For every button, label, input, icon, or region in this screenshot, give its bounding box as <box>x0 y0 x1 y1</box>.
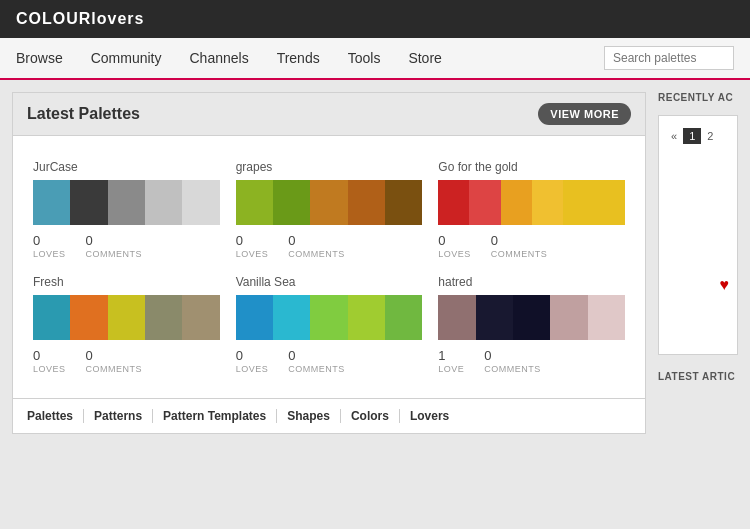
palette-stats: 0 LOVES 0 COMMENTS <box>236 348 423 374</box>
palette-colors <box>438 180 625 225</box>
stat-comments: 0 COMMENTS <box>288 233 345 259</box>
color-swatch <box>550 295 587 340</box>
palette-item: Fresh 0 LOVES 0 COMMENTS <box>25 267 228 382</box>
color-swatch <box>273 180 310 225</box>
tab-palettes[interactable]: Palettes <box>27 409 84 423</box>
color-swatch <box>182 295 219 340</box>
palette-item: grapes 0 LOVES 0 COMMENTS <box>228 152 431 267</box>
palette-stats: 0 LOVES 0 COMMENTS <box>236 233 423 259</box>
color-swatch <box>385 295 422 340</box>
color-swatch <box>108 295 145 340</box>
color-swatch <box>145 295 182 340</box>
palette-stats: 1 LOVE 0 COMMENTS <box>438 348 625 374</box>
color-swatch <box>145 180 182 225</box>
palette-name: Fresh <box>33 275 220 289</box>
recently-active-title: RECENTLY AC <box>658 92 738 103</box>
color-swatch <box>438 295 475 340</box>
palette-name: hatred <box>438 275 625 289</box>
color-swatch <box>70 295 107 340</box>
stat-loves: 0 LOVES <box>236 348 269 374</box>
color-swatch <box>438 180 469 225</box>
pagination: « 1 2 <box>667 128 729 144</box>
stat-loves: 0 LOVES <box>33 348 66 374</box>
color-swatch <box>70 180 107 225</box>
color-swatch <box>348 295 385 340</box>
palette-stats: 0 LOVES 0 COMMENTS <box>438 233 625 259</box>
palette-colors <box>236 295 423 340</box>
sidebar-content: ♥ « 1 2 <box>658 115 738 355</box>
main-content: Latest Palettes VIEW MORE JurCase 0 LO <box>12 92 646 434</box>
color-swatch <box>310 180 347 225</box>
pagination-page-1[interactable]: 1 <box>683 128 701 144</box>
palette-colors <box>438 295 625 340</box>
palette-colors <box>33 295 220 340</box>
view-more-button[interactable]: VIEW MORE <box>538 103 631 125</box>
stat-loves: 0 LOVES <box>33 233 66 259</box>
palette-colors <box>33 180 220 225</box>
header: COLOURlovers <box>0 0 750 38</box>
palette-name: grapes <box>236 160 423 174</box>
color-swatch <box>108 180 145 225</box>
color-swatch <box>273 295 310 340</box>
palette-name: JurCase <box>33 160 220 174</box>
pagination-page-2[interactable]: 2 <box>703 128 717 144</box>
palette-colors <box>236 180 423 225</box>
stat-loves: 0 LOVES <box>236 233 269 259</box>
color-swatch <box>588 295 625 340</box>
nav-item-tools[interactable]: Tools <box>348 50 381 66</box>
section-header: Latest Palettes VIEW MORE <box>13 93 645 136</box>
nav-item-trends[interactable]: Trends <box>277 50 320 66</box>
search-box <box>604 46 734 70</box>
color-swatch <box>236 180 273 225</box>
tab-patterns[interactable]: Patterns <box>84 409 153 423</box>
logo: COLOURlovers <box>16 10 144 28</box>
palette-name: Go for the gold <box>438 160 625 174</box>
nav-item-community[interactable]: Community <box>91 50 162 66</box>
tab-colors[interactable]: Colors <box>341 409 400 423</box>
nav-items: Browse Community Channels Trends Tools S… <box>16 50 604 66</box>
heart-icon: ♥ <box>720 276 730 294</box>
palette-stats: 0 LOVES 0 COMMENTS <box>33 348 220 374</box>
palette-name: Vanilla Sea <box>236 275 423 289</box>
latest-articles-title: LATEST ARTIC <box>658 371 738 382</box>
main-layout: Latest Palettes VIEW MORE JurCase 0 LO <box>0 80 750 446</box>
stat-comments: 0 COMMENTS <box>86 233 143 259</box>
palette-item: JurCase 0 LOVES 0 COMMENTS <box>25 152 228 267</box>
color-swatch <box>310 295 347 340</box>
color-swatch <box>563 180 625 225</box>
tab-pattern-templates[interactable]: Pattern Templates <box>153 409 277 423</box>
search-input[interactable] <box>604 46 734 70</box>
pagination-prev[interactable]: « <box>667 128 681 144</box>
stat-comments: 0 COMMENTS <box>484 348 541 374</box>
color-swatch <box>182 180 219 225</box>
color-swatch <box>385 180 422 225</box>
nav-item-store[interactable]: Store <box>408 50 441 66</box>
stat-loves: 0 LOVES <box>438 233 471 259</box>
tab-shapes[interactable]: Shapes <box>277 409 341 423</box>
color-swatch <box>476 295 513 340</box>
section-title: Latest Palettes <box>27 105 140 123</box>
sidebar: RECENTLY AC ♥ « 1 2 LATEST ARTIC <box>658 92 738 434</box>
color-swatch <box>501 180 532 225</box>
color-swatch <box>532 180 563 225</box>
nav-item-browse[interactable]: Browse <box>16 50 63 66</box>
stat-comments: 0 COMMENTS <box>491 233 548 259</box>
navbar: Browse Community Channels Trends Tools S… <box>0 38 750 80</box>
color-swatch <box>33 295 70 340</box>
stat-comments: 0 COMMENTS <box>86 348 143 374</box>
tab-lovers[interactable]: Lovers <box>400 409 459 423</box>
color-swatch <box>33 180 70 225</box>
palette-item: Go for the gold 0 LOVES 0 COMMENTS <box>430 152 633 267</box>
color-swatch <box>513 295 550 340</box>
palette-grid: JurCase 0 LOVES 0 COMMENTS <box>13 136 645 398</box>
color-swatch <box>236 295 273 340</box>
nav-item-channels[interactable]: Channels <box>189 50 248 66</box>
color-swatch <box>469 180 500 225</box>
color-swatch <box>348 180 385 225</box>
palette-stats: 0 LOVES 0 COMMENTS <box>33 233 220 259</box>
bottom-tabs: Palettes Patterns Pattern Templates Shap… <box>13 398 645 433</box>
stat-loves: 1 LOVE <box>438 348 464 374</box>
palette-item: Vanilla Sea 0 LOVES 0 COMMENTS <box>228 267 431 382</box>
stat-comments: 0 COMMENTS <box>288 348 345 374</box>
palette-item: hatred 1 LOVE 0 COMMENTS <box>430 267 633 382</box>
